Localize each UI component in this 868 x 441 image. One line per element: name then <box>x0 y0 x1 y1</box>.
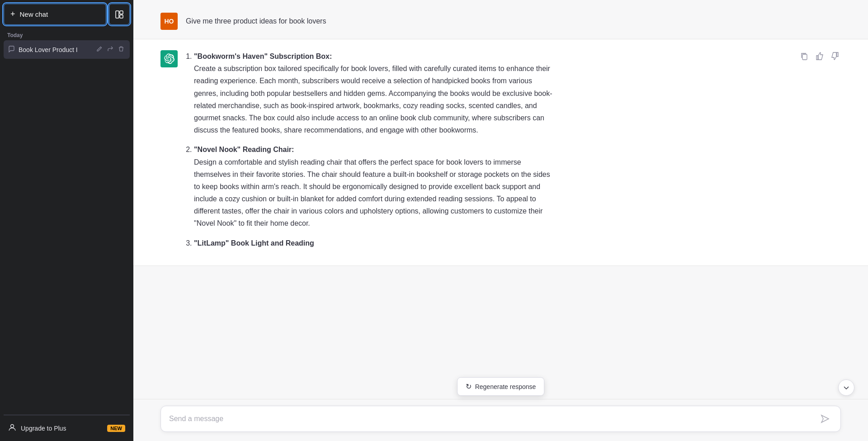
copy-button[interactable] <box>798 50 810 64</box>
delete-chat-button[interactable] <box>117 45 125 54</box>
ai-list-item-1: "Bookworm's Haven" Subscription Box: Cre… <box>194 50 557 136</box>
upgrade-label: Upgrade to Plus <box>21 425 66 432</box>
svg-point-3 <box>11 425 14 428</box>
item2-body: Design a comfortable and stylish reading… <box>194 158 550 228</box>
item1-body: Create a subscription box tailored speci… <box>194 65 552 134</box>
input-area <box>133 399 868 441</box>
ai-message-actions <box>798 50 841 64</box>
new-badge: NEW <box>107 425 125 432</box>
sidebar-divider <box>4 415 130 415</box>
upgrade-button[interactable]: Upgrade to Plus NEW <box>4 419 130 437</box>
main-content: HO Give me three product ideas for book … <box>133 0 868 441</box>
chat-history-item[interactable]: Book Lover Product I <box>4 40 130 59</box>
section-today-label: Today <box>4 28 130 40</box>
svg-rect-1 <box>120 11 123 14</box>
svg-rect-2 <box>120 15 123 18</box>
layout-icon <box>115 10 123 19</box>
regenerate-label: Regenerate response <box>475 383 536 390</box>
send-icon <box>821 414 830 423</box>
scroll-bottom-button[interactable] <box>838 379 854 396</box>
openai-icon <box>164 53 175 64</box>
chat-title: Book Lover Product I <box>19 46 92 53</box>
svg-rect-4 <box>802 54 807 60</box>
user-icon <box>8 423 16 433</box>
user-avatar: HO <box>160 13 178 30</box>
input-wrapper <box>160 406 841 432</box>
user-message-row: HO Give me three product ideas for book … <box>133 0 868 39</box>
ai-message-row: "Bookworm's Haven" Subscription Box: Cre… <box>133 39 868 266</box>
ai-avatar <box>160 50 178 67</box>
chat-bubble-icon <box>8 46 15 54</box>
item2-title: "Novel Nook" Reading Chair: <box>194 146 294 153</box>
edit-chat-button[interactable] <box>95 45 104 54</box>
new-chat-row: + New chat <box>4 4 130 25</box>
thumbup-button[interactable] <box>814 50 826 64</box>
send-button[interactable] <box>818 413 832 425</box>
layout-icon-button[interactable] <box>109 4 130 25</box>
ai-list-item-2: "Novel Nook" Reading Chair: Design a com… <box>194 143 557 229</box>
chevron-down-icon <box>843 384 850 391</box>
regenerate-icon: ↻ <box>466 382 472 391</box>
message-input[interactable] <box>169 415 818 423</box>
plus-icon: + <box>10 9 15 19</box>
ai-response-list: "Bookworm's Haven" Subscription Box: Cre… <box>186 50 557 249</box>
chat-item-actions <box>95 45 125 54</box>
user-message-text: Give me three product ideas for book lov… <box>186 13 326 27</box>
item3-title: "LitLamp" Book Light and Reading <box>194 239 314 247</box>
new-chat-label: New chat <box>20 10 48 18</box>
share-chat-button[interactable] <box>106 45 114 54</box>
chat-area: HO Give me three product ideas for book … <box>133 0 868 399</box>
new-chat-button[interactable]: + New chat <box>4 4 106 25</box>
user-initials: HO <box>165 18 174 25</box>
svg-rect-0 <box>116 11 119 18</box>
regenerate-popup[interactable]: ↻ Regenerate response <box>457 377 545 396</box>
thumbdown-button[interactable] <box>829 50 841 64</box>
item1-title: "Bookworm's Haven" Subscription Box: <box>194 52 332 60</box>
ai-message-content: "Bookworm's Haven" Subscription Box: Cre… <box>186 50 557 256</box>
sidebar: + New chat Today Book Lover Product I <box>0 0 133 441</box>
ai-list-item-3: "LitLamp" Book Light and Reading <box>194 237 557 249</box>
